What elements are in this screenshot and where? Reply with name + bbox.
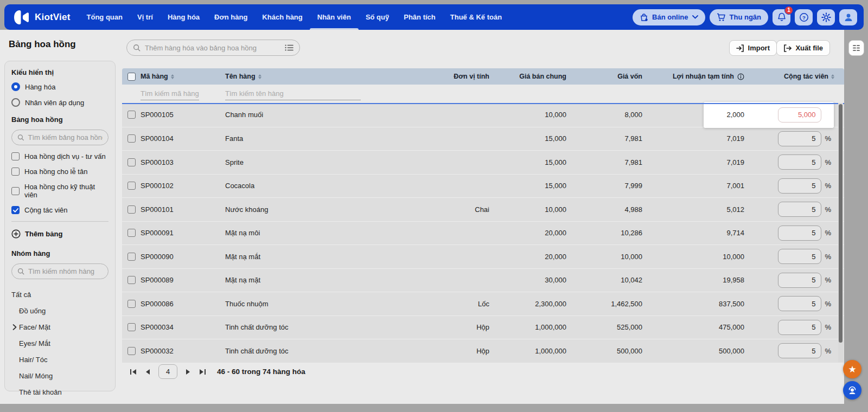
cell-product-code: SP000102: [141, 182, 225, 190]
filter-code-input[interactable]: Tìm kiếm mã hàng: [141, 87, 199, 100]
import-button[interactable]: Import: [729, 40, 777, 56]
last-page-button[interactable]: [199, 369, 206, 375]
table-row[interactable]: SP000105 Chanh muối 10,000 8,000 2,000 5…: [122, 103, 844, 127]
table-row[interactable]: SP000102 Cocacola 15,000 7,999 7,001 5 %: [122, 174, 844, 198]
add-product-search-input[interactable]: Thêm hàng hóa vào bảng hoa hồng: [126, 40, 300, 56]
current-page-box[interactable]: 4: [158, 364, 177, 379]
column-header-cost[interactable]: Giá vốn: [566, 73, 642, 80]
column-header-name[interactable]: Tên hàng: [225, 73, 424, 80]
row-checkbox[interactable]: [127, 134, 136, 143]
table-row[interactable]: SP000090 Mặt nạ mắt 20,000 10,000 10,000…: [122, 244, 844, 268]
checkbox-hoa-hong-ky-thuat-vien[interactable]: Hoa hồng cho kỹ thuật viên: [11, 183, 108, 199]
row-checkbox[interactable]: [127, 347, 136, 355]
checkbox-cong-tac-vien[interactable]: Cộng tác viên: [11, 206, 108, 214]
table-row[interactable]: SP000104 Fanta 15,000 7,981 7,019 5 %: [122, 127, 844, 151]
help-button[interactable]: ?: [795, 9, 813, 25]
profile-button[interactable]: [839, 9, 857, 25]
filter-name-input[interactable]: Tìm kiếm tên hàng: [225, 87, 361, 100]
first-page-button[interactable]: [130, 369, 137, 375]
column-header-profit[interactable]: Lợi nhuận tạm tính: [642, 73, 744, 80]
select-all-checkbox[interactable]: [127, 73, 136, 81]
table-row[interactable]: SP000086 Thuốc nhuộm Lốc 2,300,000 1,462…: [122, 292, 844, 316]
table-row[interactable]: SP000103 Sprite 15,000 7,981 7,019 5 %: [122, 150, 844, 174]
column-header-unit[interactable]: Đơn vị tính: [424, 73, 489, 80]
cell-unit: Chai: [424, 205, 489, 214]
settings-button[interactable]: [817, 9, 835, 25]
table-scrollbar[interactable]: [838, 103, 843, 362]
checkbox-hoa-hong-dich-vu[interactable]: Hoa hồng dịch vụ - tư vấn: [11, 152, 108, 160]
commission-value-input[interactable]: 5: [778, 226, 821, 241]
commission-value-input[interactable]: 5: [778, 131, 821, 146]
table-row[interactable]: SP000034 Tinh chất dưỡng tóc Hộp 1,000,0…: [122, 316, 844, 339]
row-checkbox[interactable]: [127, 276, 136, 284]
product-group-item[interactable]: Hair/ Tóc: [11, 351, 108, 368]
nav-item-tong-quan[interactable]: Tổng quan: [87, 4, 123, 30]
cashier-button[interactable]: Thu ngân: [710, 9, 769, 25]
notifications-button[interactable]: 1: [773, 9, 790, 25]
commission-value-input[interactable]: 5: [778, 178, 821, 194]
sell-online-button[interactable]: Bán online: [633, 9, 705, 25]
commission-value-input[interactable]: 5: [778, 249, 821, 264]
product-group-item[interactable]: Face/ Mặt: [11, 319, 108, 335]
cell-cost-price: 7,981: [566, 158, 642, 166]
product-group-item[interactable]: Đồ uống: [11, 302, 108, 319]
nav-item-so-quy[interactable]: Số quỹ: [366, 4, 389, 30]
info-icon[interactable]: [737, 73, 744, 80]
row-checkbox[interactable]: [127, 323, 136, 331]
list-icon[interactable]: [285, 44, 293, 52]
column-header-price[interactable]: Giá bán chung: [489, 73, 566, 80]
kiotviet-logo[interactable]: KiotViet: [14, 10, 71, 24]
commission-table: Mã hàng Tên hàng Đơn vị tính Giá bán chu…: [122, 68, 844, 363]
product-group-item[interactable]: Thẻ tài khoản: [11, 384, 108, 400]
product-group-item[interactable]: Eyes/ Mắt: [11, 335, 108, 351]
nav-item-thue-ke-toan[interactable]: Thuế & Kế toán: [450, 4, 502, 30]
row-checkbox[interactable]: [127, 253, 136, 261]
table-row[interactable]: SP000032 Tinh chất dưỡng tóc Hộp 1,000,0…: [122, 339, 844, 363]
export-file-button[interactable]: Xuất file: [776, 40, 830, 56]
cell-unit: Hộp: [424, 347, 489, 355]
commission-value-input[interactable]: 5,000: [778, 107, 821, 123]
rating-float-button[interactable]: ★: [843, 360, 861, 378]
group-search-input[interactable]: Tìm kiếm nhóm hàng: [11, 263, 108, 279]
add-table-button[interactable]: Thêm bảng: [11, 229, 108, 239]
commission-search-input[interactable]: Tìm kiếm bảng hoa hồng: [11, 130, 108, 145]
row-checkbox[interactable]: [127, 182, 136, 190]
radio-hang-hoa[interactable]: Hàng hóa: [11, 82, 108, 91]
table-body: SP000105 Chanh muối 10,000 8,000 2,000 5…: [122, 103, 844, 363]
row-checkbox[interactable]: [127, 111, 136, 119]
cell-product-code: SP000103: [141, 158, 225, 166]
support-float-button[interactable]: [843, 381, 861, 400]
column-header-code[interactable]: Mã hàng: [141, 73, 225, 80]
nav-item-khach-hang[interactable]: Khách hàng: [262, 4, 302, 30]
notification-badge: 1: [784, 6, 793, 15]
column-settings-button[interactable]: [848, 40, 864, 56]
commission-value-input[interactable]: 5: [778, 202, 821, 217]
next-page-button[interactable]: [186, 369, 190, 375]
prev-page-button[interactable]: [145, 369, 150, 375]
column-header-ctv[interactable]: Cộng tác viên: [744, 73, 844, 80]
product-group-item[interactable]: Nail/ Móng: [11, 368, 108, 384]
commission-value-input[interactable]: 5: [778, 320, 821, 335]
checkbox-hoa-hong-le-tan[interactable]: Hoa hồng cho lễ tân: [11, 168, 108, 176]
row-checkbox[interactable]: [127, 300, 136, 308]
nav-item-vi-tri[interactable]: Vị trí: [137, 4, 153, 30]
radio-nhan-vien-ap-dung[interactable]: Nhân viên áp dụng: [11, 98, 108, 107]
row-checkbox[interactable]: [127, 229, 136, 237]
row-checkbox[interactable]: [127, 158, 136, 166]
scrollbar-thumb[interactable]: [839, 104, 843, 343]
checkbox-label: Hoa hồng dịch vụ - tư vấn: [24, 152, 106, 160]
commission-value-input[interactable]: 5: [778, 296, 821, 311]
commission-value-input[interactable]: 5: [778, 273, 821, 288]
nav-item-hang-hoa[interactable]: Hàng hóa: [168, 4, 200, 30]
table-row[interactable]: SP000091 Mặt nạ môi 20,000 10,286 9,714 …: [122, 221, 844, 245]
row-checkbox[interactable]: [127, 205, 136, 214]
commission-value-input[interactable]: 5: [778, 343, 821, 358]
table-row[interactable]: SP000101 Nước khoáng Chai 10,000 4,988 5…: [122, 197, 844, 221]
nav-item-nhan-vien[interactable]: Nhân viên: [317, 4, 351, 30]
commission-value-input[interactable]: 5: [778, 154, 821, 170]
nav-item-phan-tich[interactable]: Phân tích: [404, 4, 436, 30]
cell-cost-price: 10,042: [566, 276, 642, 284]
table-row[interactable]: SP000089 Mặt nạ mặt 30,000 10,042 19,958…: [122, 268, 844, 292]
product-group-item[interactable]: Tất cả: [11, 286, 108, 302]
nav-item-don-hang[interactable]: Đơn hàng: [214, 4, 247, 30]
